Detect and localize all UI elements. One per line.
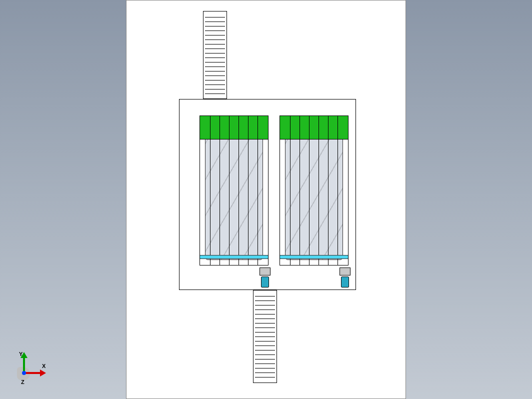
tower-left-opening [200, 116, 268, 266]
y-axis-label: Y [19, 351, 22, 357]
cad-viewport[interactable]: X Y Z [0, 0, 532, 399]
z-axis-label: Z [21, 379, 24, 385]
motor-icon [261, 276, 269, 288]
tower-right-opening [280, 116, 348, 266]
tower-right-base-ring [280, 255, 348, 259]
drive-motor-right [340, 268, 350, 288]
x-axis-icon [24, 372, 42, 374]
tower-left-base-ring [200, 255, 268, 259]
tower-left-cage-icon [200, 116, 268, 265]
x-arrow-icon [40, 370, 46, 376]
conveyor-top [203, 11, 227, 99]
x-axis-label: X [42, 363, 46, 369]
conveyor-belt-icon [205, 13, 225, 97]
gearbox-icon [260, 268, 270, 276]
conveyor-belt-icon [255, 292, 275, 381]
conveyor-bottom [253, 290, 277, 383]
motor-icon [341, 276, 349, 288]
drive-motor-left [260, 268, 270, 288]
tower-right-cage-icon [280, 116, 348, 265]
z-axis-icon [22, 371, 26, 375]
coordinate-triad[interactable]: X Y Z [12, 352, 47, 387]
platform-deck [179, 99, 356, 290]
gearbox-icon [340, 268, 350, 276]
